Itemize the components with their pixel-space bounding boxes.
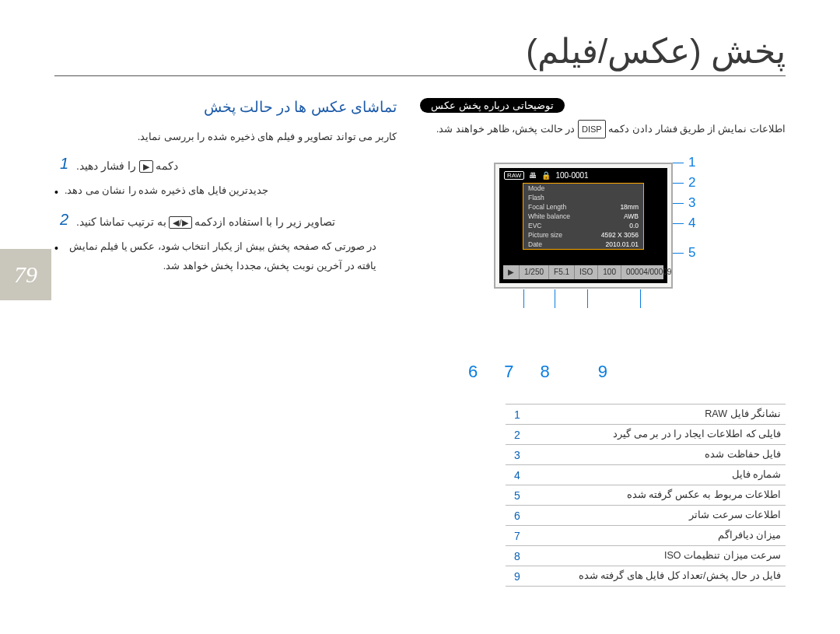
table-row: 4شماره فایل	[506, 465, 786, 485]
nav-arrows-icon: ◀/▶	[169, 216, 191, 229]
step-suffix: به ترتیب تماشا کنید.	[76, 215, 166, 228]
info-row: Focal Length18mm	[523, 202, 643, 212]
left-column: توضیحاتی درباره پخش عکس اطلاعات نمایش از…	[420, 98, 786, 587]
lock-icon: 🔒	[541, 171, 551, 180]
note-pill: توضیحاتی درباره پخش عکس	[420, 98, 565, 113]
iso-value: 100	[598, 265, 621, 279]
callout-number: 5	[688, 245, 695, 261]
step-prefix: دکمه	[156, 159, 178, 172]
table-row: 3فایل حفاظت شده	[506, 445, 786, 465]
iso-label: ISO	[575, 265, 598, 279]
info-panel: Mode Flash Focal Length18mm White balanc…	[523, 183, 644, 250]
lcd-bottom-bar: ▶ 1/250 F5.1 ISO 100 00004/00009	[503, 265, 663, 279]
table-row: 9فایل در حال پخش/تعداد کل فایل های گرفته…	[506, 566, 786, 587]
shutter-speed: 1/250	[520, 265, 549, 279]
file-number: 100-0001	[555, 171, 588, 180]
bottom-callout-row: 6 7 8 9	[420, 362, 786, 382]
table-row: 8سرعت میزان تنظیمات ISO	[506, 546, 786, 566]
step-number: 1	[54, 155, 68, 177]
play-icon: ▶	[503, 265, 520, 279]
lcd-frame: RAW 🖶 🔒 100-0001 Mode Flash Focal Length…	[494, 163, 673, 289]
note-body: اطلاعات نمایش از طریق فشار دادن دکمه DIS…	[420, 119, 786, 139]
table-row: 6اطلاعات سرعت شاتر	[506, 506, 786, 526]
lcd-top-bar: RAW 🖶 🔒 100-0001	[499, 168, 667, 180]
info-row: Mode	[523, 184, 643, 193]
callout-number: 4	[688, 215, 695, 231]
step-text: دکمه ▶ را فشار دهید.	[76, 155, 178, 177]
step-1: 1 دکمه ▶ را فشار دهید.	[54, 155, 397, 177]
table-row: 2فایلی که اطلاعات ایجاد را در بر می گیرد	[506, 425, 786, 445]
print-icon: 🖶	[529, 171, 537, 180]
callout-number: 2	[688, 175, 695, 191]
bullet: • جدیدترین فایل های ذخیره شده را نشان می…	[54, 181, 376, 203]
callout-number: 6	[468, 362, 478, 382]
note-prefix: اطلاعات نمایش از طریق فشار دادن دکمه	[608, 123, 786, 135]
bullet-text: جدیدترین فایل های ذخیره شده را نشان می د…	[65, 181, 268, 203]
callout-line	[640, 289, 641, 308]
info-row: White balanceAWB	[523, 212, 643, 221]
step-suffix: را فشار دهید.	[76, 159, 136, 172]
step-prefix: تصاویر زیر را با استفاده ازدکمه	[194, 215, 334, 228]
f-number: F5.1	[549, 265, 575, 279]
callout-number: 7	[504, 362, 513, 382]
callout-line	[555, 289, 555, 308]
callout-number: 8	[541, 362, 550, 382]
info-row: Flash	[523, 193, 643, 202]
page-title: پخش (عکس/فیلم)	[54, 31, 786, 71]
file-counter: 00004/00009	[621, 265, 677, 279]
info-row: EVC0.0	[523, 221, 643, 230]
info-row: Date2010.01.01	[523, 240, 643, 249]
callout-number: 1	[688, 155, 695, 170]
callout-line	[587, 289, 588, 308]
bullet-text: در صورتی که صفحه پخش بیش از یکبار انتخاب…	[65, 237, 376, 276]
legend-table: 1نشانگر فایل RAW 2فایلی که اطلاعات ایجاد…	[506, 404, 786, 587]
lcd-diagram: 1 2 3 4 5 RAW 🖶 🔒 100-0001	[463, 153, 743, 348]
table-row: 7میزان دیافراگم	[506, 526, 786, 546]
bullet-dot-icon: •	[54, 237, 58, 276]
page-number-tab: 79	[0, 249, 51, 300]
disp-button-icon: DISP	[578, 120, 606, 138]
callout-number: 9	[598, 362, 607, 382]
raw-tag: RAW	[504, 171, 524, 180]
right-column: تماشای عکس ها در حالت پخش کاربر می تواند…	[54, 98, 397, 587]
lcd-screen: RAW 🖶 🔒 100-0001 Mode Flash Focal Length…	[499, 168, 667, 283]
table-row: 1نشانگر فایل RAW	[506, 405, 786, 425]
page-number: 79	[14, 261, 37, 288]
intro-text: کاربر می تواند تصاویر و فیلم های ذخیره ش…	[54, 127, 397, 147]
step-text: تصاویر زیر را با استفاده ازدکمه ◀/▶ به ت…	[76, 211, 335, 233]
step-number: 2	[54, 211, 68, 233]
title-rule	[54, 75, 786, 76]
bullet-dot-icon: •	[54, 181, 58, 203]
section-heading: تماشای عکس ها در حالت پخش	[54, 98, 397, 116]
step-2: 2 تصاویر زیر را با استفاده ازدکمه ◀/▶ به…	[54, 211, 397, 233]
info-row: Picture size4592 X 3056	[523, 230, 643, 240]
note-suffix: در حالت پخش، ظاهر خواهند شد.	[436, 123, 576, 135]
bullet: • در صورتی که صفحه پخش بیش از یکبار انتخ…	[54, 237, 376, 276]
callout-line	[523, 289, 524, 308]
play-button-icon: ▶	[139, 160, 153, 173]
callout-number: 3	[688, 195, 695, 211]
table-row: 5اطلاعات مربوط به عکس گرفته شده	[506, 485, 786, 506]
